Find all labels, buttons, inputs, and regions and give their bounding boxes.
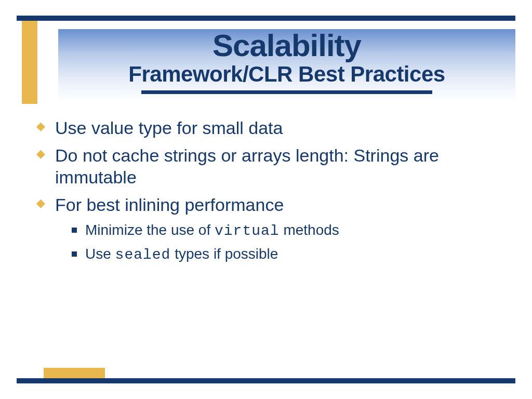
title-underline (141, 90, 432, 94)
bottom-gold-accent (44, 368, 105, 378)
bullet-list: Use value type for small data Do not cac… (36, 117, 511, 264)
bullet-text: Do not cache strings or arrays length: S… (55, 145, 439, 187)
sub-bullet-post: methods (280, 222, 339, 238)
list-item: For best inlining performance Minimize t… (36, 194, 511, 264)
body-content: Use value type for small data Do not cac… (36, 117, 511, 271)
bottom-rule (17, 378, 515, 383)
code-keyword: virtual (215, 223, 280, 239)
bullet-text: Use value type for small data (55, 118, 283, 138)
slide-subtitle: Framework/CLR Best Practices (58, 63, 515, 85)
top-rule (17, 16, 515, 21)
title-block: Scalability Framework/CLR Best Practices (58, 29, 515, 101)
list-item: Minimize the use of virtual methods (70, 220, 511, 241)
sub-bullet-pre: Minimize the use of (85, 222, 215, 238)
list-item: Use sealed types if possible (70, 244, 511, 265)
code-keyword: sealed (115, 247, 171, 263)
sub-bullet-list: Minimize the use of virtual methods Use … (70, 220, 511, 265)
slide: Scalability Framework/CLR Best Practices… (0, 0, 532, 399)
sub-bullet-post: types if possible (170, 246, 278, 262)
sub-bullet-pre: Use (85, 246, 115, 262)
list-item: Do not cache strings or arrays length: S… (36, 145, 511, 188)
left-gold-accent (22, 21, 37, 104)
list-item: Use value type for small data (36, 117, 511, 139)
slide-title: Scalability (58, 29, 515, 61)
bullet-text: For best inlining performance (55, 195, 284, 215)
